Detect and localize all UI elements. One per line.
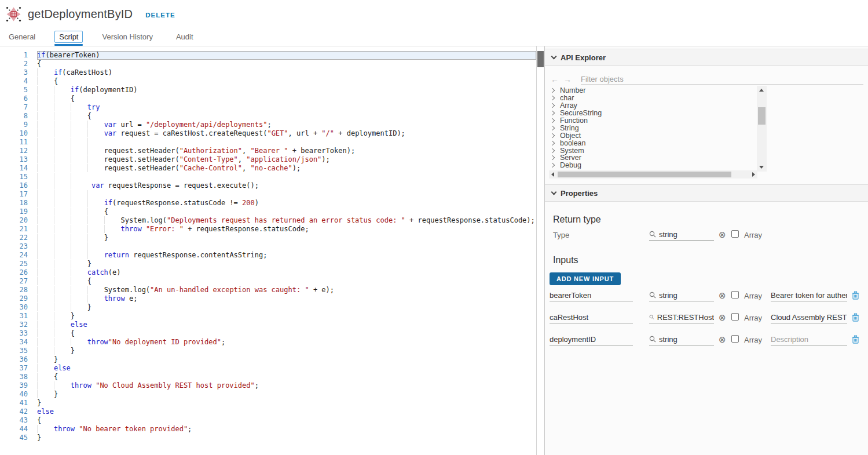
filter-objects-input[interactable] <box>581 74 863 85</box>
scroll-down-icon[interactable] <box>759 166 764 169</box>
input-type-field[interactable]: string <box>649 333 714 345</box>
tree-vscroll-thumb[interactable] <box>758 107 766 125</box>
forward-arrow-icon[interactable]: → <box>563 75 572 84</box>
clear-type-icon[interactable]: ⊗ <box>719 230 726 239</box>
code-line[interactable]: 44 throw "No bearer token provided"; <box>0 425 536 434</box>
properties-header[interactable]: Properties <box>545 184 868 202</box>
return-type-field[interactable]: string <box>649 228 714 241</box>
code-line[interactable]: 37 else <box>0 364 536 373</box>
code-line[interactable]: 36 } <box>0 355 536 364</box>
code-line[interactable]: 25 } <box>0 260 536 268</box>
tree-item-securestring[interactable]: SecureString <box>551 110 755 117</box>
tab-script[interactable]: Script <box>54 28 83 46</box>
tree-item-server[interactable]: Server <box>551 154 755 162</box>
code-line[interactable]: 32 else <box>0 321 536 329</box>
scroll-left-icon[interactable] <box>551 172 554 177</box>
tree-hscroll-thumb[interactable] <box>558 172 731 177</box>
clear-type-icon[interactable]: ⊗ <box>719 335 726 344</box>
delete-input-button[interactable] <box>852 291 859 302</box>
code-line[interactable]: 19 { <box>0 208 536 216</box>
code-line[interactable]: 9 var url = "/deployment/api/deployments… <box>0 121 536 129</box>
editor-scrollbar-thumb[interactable] <box>537 51 544 67</box>
code-line[interactable]: 38 { <box>0 373 536 381</box>
code-line[interactable]: 41} <box>0 399 536 407</box>
chevron-right-icon[interactable] <box>551 103 555 108</box>
code-line[interactable]: 6 { <box>0 94 536 103</box>
chevron-right-icon[interactable] <box>551 96 555 100</box>
return-array-checkbox[interactable] <box>731 230 739 238</box>
code-line[interactable]: 2{ <box>0 60 536 68</box>
input-type-field[interactable]: REST:RESTHost <box>649 311 714 323</box>
code-line[interactable]: 8 { <box>0 112 536 121</box>
tab-audit[interactable]: Audit <box>172 28 197 46</box>
chevron-right-icon[interactable] <box>551 163 555 168</box>
input-type-field[interactable]: string <box>649 289 714 301</box>
trash-icon[interactable] <box>852 291 859 300</box>
clear-type-icon[interactable]: ⊗ <box>719 313 726 322</box>
code-line[interactable]: 10 var request = caRestHost.createReques… <box>0 129 536 138</box>
scroll-right-icon[interactable] <box>752 172 755 177</box>
code-line[interactable]: 42else <box>0 407 536 416</box>
delete-input-button[interactable] <box>852 313 859 324</box>
code-line[interactable]: 13 request.setHeader("Content-Type", "ap… <box>0 155 536 164</box>
tree-vertical-scrollbar[interactable] <box>757 86 767 172</box>
input-description-field[interactable]: Bearer token for authenti <box>771 289 847 301</box>
code-line[interactable]: 33 { <box>0 329 536 338</box>
tree-item-object[interactable]: Object <box>551 132 755 139</box>
code-line[interactable]: 18 if(requestResponse.statusCode != 200) <box>0 199 536 208</box>
tree-item-array[interactable]: Array <box>551 102 755 110</box>
scroll-up-icon[interactable] <box>759 89 764 92</box>
chevron-right-icon[interactable] <box>551 155 555 160</box>
code-line[interactable]: 40 } <box>0 390 536 399</box>
input-array-checkbox[interactable] <box>731 291 739 299</box>
chevron-right-icon[interactable] <box>551 88 555 93</box>
tree-item-number[interactable]: Number <box>551 87 755 94</box>
code-line[interactable]: 12 request.setHeader("Authorization", "B… <box>0 147 536 155</box>
tab-general[interactable]: General <box>5 28 39 46</box>
input-name-field[interactable]: caRestHost <box>550 311 633 323</box>
input-description-field[interactable]: Description <box>771 333 847 345</box>
code-line[interactable]: 4 { <box>0 77 536 86</box>
input-array-checkbox[interactable] <box>731 335 739 343</box>
code-line[interactable]: 22 } <box>0 234 536 242</box>
input-description-field[interactable]: Cloud Assembly REST ho <box>771 311 847 323</box>
code-line[interactable]: 43{ <box>0 416 536 425</box>
chevron-right-icon[interactable] <box>551 140 555 145</box>
tree-horizontal-scrollbar[interactable] <box>549 170 757 179</box>
input-array-checkbox[interactable] <box>731 313 739 321</box>
code-line[interactable]: 39 throw "No Cloud Assembly REST host pr… <box>0 381 536 390</box>
code-line[interactable]: 14 request.setHeader("Cache-Control", "n… <box>0 164 536 173</box>
code-line[interactable]: 30 } <box>0 303 536 312</box>
code-line[interactable]: 11 <box>0 138 536 147</box>
tree-item-debug[interactable]: Debug <box>551 162 755 169</box>
code-line[interactable]: 5 if(deploymentID) <box>0 86 536 94</box>
delete-input-button[interactable] <box>852 335 859 346</box>
code-line[interactable]: 45} <box>0 434 536 442</box>
code-line[interactable]: 1if(bearerToken) <box>0 51 536 60</box>
chevron-right-icon[interactable] <box>551 126 555 130</box>
code-line[interactable]: 17 <box>0 190 536 199</box>
tree-item-boolean[interactable]: boolean <box>551 139 755 147</box>
code-line[interactable]: 34 throw"No deployment ID provided"; <box>0 338 536 347</box>
code-line[interactable]: 23 <box>0 242 536 251</box>
input-name-field[interactable]: deploymentID <box>550 333 633 345</box>
trash-icon[interactable] <box>852 335 859 344</box>
code-line[interactable]: 28 System.log("An un-handled exception w… <box>0 286 536 294</box>
code-line[interactable]: 20 System.log("Deployments request has r… <box>0 216 536 225</box>
code-line[interactable]: 27 { <box>0 277 536 286</box>
code-line[interactable]: 35 } <box>0 347 536 355</box>
input-name-field[interactable]: bearerToken <box>550 289 633 301</box>
code-line[interactable]: 3 if(caRestHost) <box>0 68 536 77</box>
chevron-right-icon[interactable] <box>551 111 555 115</box>
code-line[interactable]: 29 throw e; <box>0 294 536 303</box>
code-line[interactable]: 16 var requestResponse = request.execute… <box>0 181 536 190</box>
code-line[interactable]: 31 } <box>0 312 536 321</box>
clear-type-icon[interactable]: ⊗ <box>719 291 726 300</box>
code-line[interactable]: 15 <box>0 173 536 181</box>
chevron-right-icon[interactable] <box>551 118 555 123</box>
tree-item-function[interactable]: Function <box>551 117 755 125</box>
tree-item-char[interactable]: char <box>551 94 755 102</box>
code-line[interactable]: 7 try <box>0 103 536 112</box>
delete-button[interactable]: DELETE <box>145 12 175 19</box>
tree-item-system[interactable]: System <box>551 147 755 154</box>
